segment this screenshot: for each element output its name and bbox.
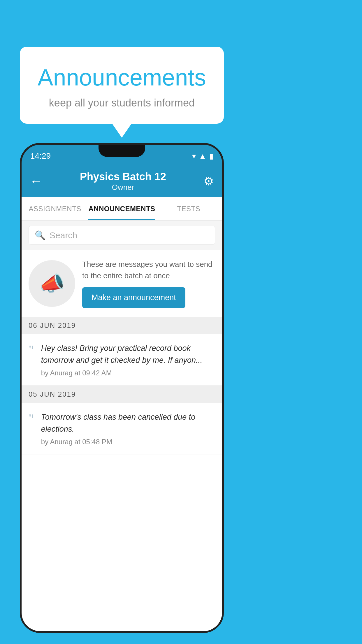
- megaphone-icon: 📣: [39, 272, 65, 295]
- quote-icon-2: ": [29, 412, 34, 426]
- bubble-subtitle: keep all your students informed: [34, 97, 209, 109]
- date-separator-2: 05 JUN 2019: [22, 386, 222, 403]
- date-separator-1: 06 JUN 2019: [22, 317, 222, 334]
- speech-bubble: Announcements keep all your students inf…: [20, 47, 224, 124]
- intro-description: These are messages you want to send to t…: [82, 259, 215, 281]
- back-button[interactable]: ←: [30, 174, 43, 188]
- quote-icon-1: ": [29, 344, 34, 357]
- search-bar-container: 🔍 Search: [22, 220, 222, 250]
- message-content-1: Hey class! Bring your practical record b…: [41, 342, 215, 377]
- message-text-2: Tomorrow's class has been cancelled due …: [41, 411, 215, 435]
- phone-content: 🔍 Search 📣 These are messages you want t…: [22, 220, 222, 631]
- bubble-title: Announcements: [34, 64, 209, 91]
- phone-frame: 14:29 ▾ ▲ ▮ ← Physics Batch 12 Owner ⚙ A…: [20, 143, 224, 633]
- message-text-1: Hey class! Bring your practical record b…: [41, 342, 215, 366]
- intro-right: These are messages you want to send to t…: [82, 259, 215, 308]
- app-bar-subtitle: Owner: [80, 183, 166, 192]
- search-input-wrapper[interactable]: 🔍 Search: [29, 226, 215, 245]
- settings-button[interactable]: ⚙: [203, 174, 214, 188]
- megaphone-circle: 📣: [29, 260, 75, 307]
- tab-tests[interactable]: TESTS: [155, 197, 222, 220]
- signal-icon: ▲: [199, 152, 206, 161]
- message-item-1[interactable]: " Hey class! Bring your practical record…: [22, 334, 222, 386]
- tabs-bar: ASSIGNMENTS ANNOUNCEMENTS TESTS: [22, 197, 222, 220]
- phone-notch: [99, 145, 145, 157]
- app-bar-title-group: Physics Batch 12 Owner: [80, 171, 166, 192]
- make-announcement-button[interactable]: Make an announcement: [82, 287, 185, 308]
- battery-icon: ▮: [209, 152, 213, 161]
- app-bar: ← Physics Batch 12 Owner ⚙: [22, 165, 222, 197]
- app-bar-title: Physics Batch 12: [80, 171, 166, 183]
- search-input[interactable]: Search: [50, 230, 77, 240]
- message-meta-1: by Anurag at 09:42 AM: [41, 369, 215, 377]
- announcement-intro: 📣 These are messages you want to send to…: [22, 250, 222, 317]
- tab-announcements[interactable]: ANNOUNCEMENTS: [88, 197, 155, 220]
- wifi-icon: ▾: [192, 152, 196, 161]
- message-item-2[interactable]: " Tomorrow's class has been cancelled du…: [22, 403, 222, 454]
- message-content-2: Tomorrow's class has been cancelled due …: [41, 411, 215, 446]
- status-icons: ▾ ▲ ▮: [192, 152, 213, 161]
- tab-assignments[interactable]: ASSIGNMENTS: [22, 197, 88, 220]
- status-time: 14:29: [30, 151, 51, 161]
- message-meta-2: by Anurag at 05:48 PM: [41, 438, 215, 446]
- search-icon: 🔍: [35, 230, 45, 240]
